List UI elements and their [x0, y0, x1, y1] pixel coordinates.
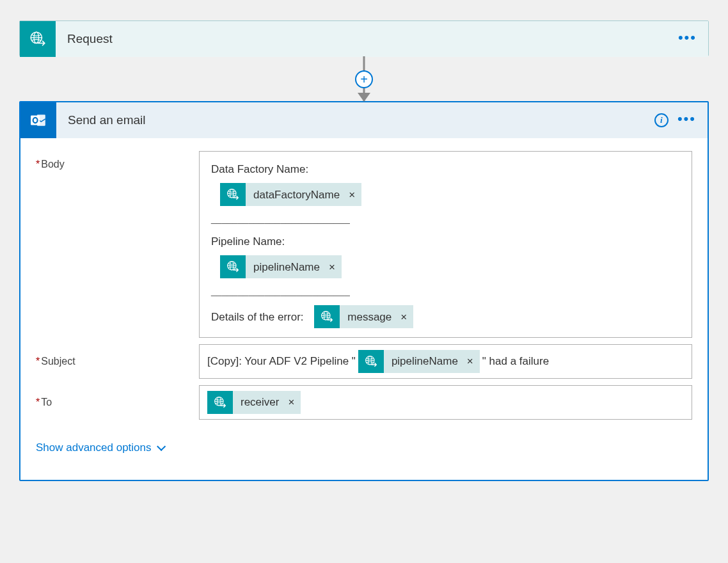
token-receiver[interactable]: receiver × — [207, 391, 301, 414]
token-message[interactable]: message × — [314, 305, 413, 328]
body-label: *Body — [36, 151, 199, 170]
to-input[interactable]: receiver × — [199, 385, 692, 420]
body-input[interactable]: Data Factory Name: dataFactoryName × ___… — [199, 151, 692, 338]
remove-token-icon[interactable]: × — [285, 396, 301, 409]
add-step-button[interactable]: + — [355, 70, 373, 88]
token-datafactoryname[interactable]: dataFactoryName × — [220, 183, 361, 206]
globe-icon — [314, 305, 340, 328]
body-text-line: Details of the error: — [211, 308, 304, 326]
globe-icon — [220, 255, 246, 278]
connector: + — [19, 56, 709, 101]
send-more-icon[interactable]: ••• — [677, 116, 696, 124]
body-text-line: Pipeline Name: — [211, 233, 680, 250]
send-email-card: Send an email i ••• *Body Data Factory N… — [19, 101, 709, 481]
remove-token-icon[interactable]: × — [346, 186, 361, 203]
info-icon[interactable]: i — [654, 113, 669, 127]
globe-icon — [207, 391, 233, 414]
globe-icon — [220, 183, 246, 206]
send-email-title: Send an email — [56, 102, 654, 138]
chevron-down-icon — [157, 442, 166, 451]
subject-label: *Subject — [36, 356, 199, 367]
subject-input[interactable]: [Copy]: Your ADF V2 Pipeline " pipelineN… — [199, 344, 692, 379]
request-card[interactable]: Request ••• — [19, 20, 709, 56]
globe-icon — [358, 350, 384, 373]
token-pipelinename-subject[interactable]: pipelineName × — [358, 350, 480, 373]
show-advanced-options[interactable]: Show advanced options — [36, 441, 163, 454]
request-title: Request — [56, 21, 678, 57]
to-label: *To — [36, 397, 199, 408]
token-pipelinename[interactable]: pipelineName × — [220, 255, 342, 278]
remove-token-icon[interactable]: × — [464, 355, 480, 368]
body-text-line: Data Factory Name: — [211, 161, 680, 178]
remove-token-icon[interactable]: × — [398, 308, 413, 326]
send-email-header[interactable]: Send an email i ••• — [20, 102, 708, 138]
outlook-icon — [20, 102, 56, 138]
remove-token-icon[interactable]: × — [326, 258, 342, 276]
request-icon — [20, 21, 56, 57]
request-more-icon[interactable]: ••• — [678, 35, 697, 43]
